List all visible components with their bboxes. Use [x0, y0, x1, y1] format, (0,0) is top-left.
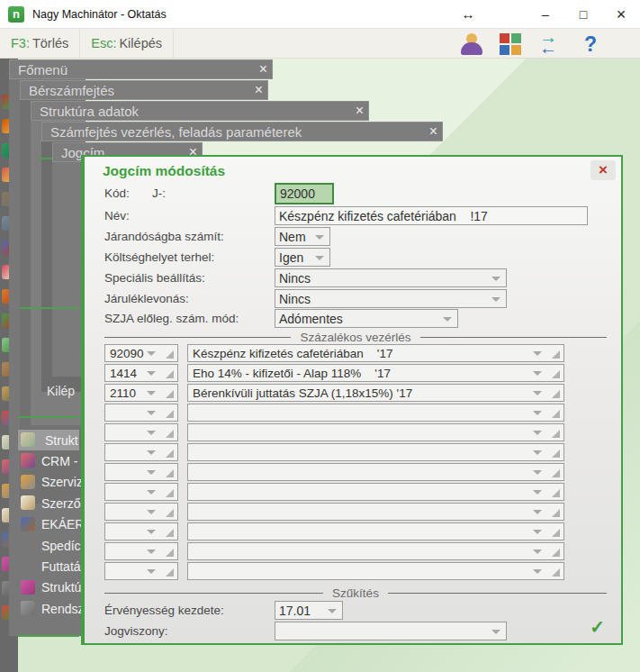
- menu-item-label: Struktúr: [41, 580, 86, 595]
- percent-name-combo[interactable]: [187, 404, 564, 422]
- chevron-down-icon: [533, 549, 542, 554]
- ervenyesseg-select[interactable]: 17.01: [275, 601, 343, 620]
- corner-grip-icon[interactable]: [166, 450, 174, 458]
- percent-name-combo[interactable]: Készpénz kifizetés cafetériában '17: [187, 344, 564, 362]
- percent-code-combo[interactable]: 2110: [104, 384, 178, 402]
- corner-grip-icon[interactable]: [166, 469, 174, 477]
- szja-select[interactable]: Adómentes: [275, 309, 458, 328]
- help-icon[interactable]: ?: [584, 33, 597, 55]
- percent-name-combo[interactable]: [187, 542, 564, 560]
- kod-input[interactable]: 92000: [275, 183, 334, 204]
- percent-name-combo[interactable]: Eho 14% - kifizetői - Alap 118% '17: [187, 364, 564, 382]
- corner-grip-icon[interactable]: [552, 350, 560, 359]
- szja-label: SZJA előleg. szám. mód:: [104, 312, 239, 325]
- szazalekos-section-header: Százalékos vezérlés: [104, 331, 607, 343]
- close-icon[interactable]: ×: [255, 80, 263, 100]
- corner-grip-icon[interactable]: [552, 390, 560, 398]
- menu-separator: [20, 307, 77, 309]
- corner-grip-icon[interactable]: [552, 509, 560, 517]
- percent-name-combo[interactable]: [187, 522, 564, 540]
- dialog-close-icon[interactable]: ×: [590, 160, 616, 180]
- close-icon[interactable]: ×: [259, 59, 267, 79]
- corner-grip-icon[interactable]: [552, 529, 560, 537]
- percent-name-combo[interactable]: Bérenkívüli juttatás SZJA (1,18x15%) '17: [187, 384, 564, 402]
- percent-name-combo[interactable]: [187, 423, 564, 441]
- confirm-check-icon[interactable]: ✓: [590, 616, 605, 638]
- percent-code-combo[interactable]: 1414: [104, 364, 178, 382]
- corner-grip-icon[interactable]: [166, 350, 174, 359]
- corner-grip-icon[interactable]: [166, 489, 174, 497]
- koltseghely-select[interactable]: Igen: [275, 248, 330, 267]
- divider: [388, 593, 607, 594]
- close-icon[interactable]: ×: [356, 101, 364, 121]
- window-header-struktura-adatok[interactable]: Struktúra adatok ×: [31, 101, 369, 121]
- f3-key-label: F3:: [11, 36, 30, 50]
- percent-code-combo[interactable]: 92090: [104, 344, 178, 362]
- chevron-down-icon: [147, 371, 156, 376]
- percent-name-combo[interactable]: [187, 503, 564, 521]
- corner-grip-icon[interactable]: [552, 469, 560, 477]
- jarandosagba-select[interactable]: Nem: [275, 227, 330, 246]
- corner-grip-icon[interactable]: [552, 450, 560, 458]
- corner-grip-icon[interactable]: [552, 568, 560, 577]
- corner-grip-icon[interactable]: [166, 509, 174, 517]
- transfer-arrows-icon[interactable]: →←: [537, 33, 568, 55]
- percent-code-combo[interactable]: [104, 503, 178, 521]
- window-header-berszamfejtes[interactable]: Bérszámfejtés ×: [20, 80, 268, 100]
- corner-grip-icon[interactable]: [166, 430, 174, 438]
- specialis-select[interactable]: Nincs: [275, 268, 507, 287]
- maximize-button[interactable]: □: [564, 0, 602, 29]
- chevron-down-icon: [533, 569, 542, 574]
- minimize-button[interactable]: –: [527, 0, 564, 29]
- specialis-value: Nincs: [279, 271, 311, 286]
- percent-name-combo[interactable]: [187, 443, 564, 461]
- chevron-down-icon: [147, 510, 156, 514]
- percent-row: [85, 423, 626, 443]
- percent-code-combo[interactable]: [104, 423, 178, 441]
- menu-item-torles[interactable]: F3: Törlés: [0, 29, 80, 59]
- corner-grip-icon[interactable]: [166, 529, 174, 537]
- corner-grip-icon[interactable]: [552, 489, 560, 497]
- percent-code-combo[interactable]: [104, 483, 178, 501]
- resize-arrows-icon[interactable]: ↔: [449, 0, 487, 29]
- chevron-down-icon: [315, 256, 324, 260]
- window-title: Nagy Machinátor - Oktatás: [32, 8, 167, 21]
- window-title-text: Struktúra adatok: [40, 104, 139, 119]
- percent-name-combo[interactable]: [187, 562, 564, 580]
- corner-grip-icon[interactable]: [166, 568, 174, 577]
- percent-code-combo[interactable]: [104, 562, 178, 580]
- percent-code-combo[interactable]: [104, 542, 178, 560]
- corner-grip-icon[interactable]: [166, 370, 174, 378]
- chevron-down-icon: [147, 411, 156, 415]
- window-header-fomenu[interactable]: Főmenü ×: [9, 59, 273, 79]
- close-icon[interactable]: ×: [429, 122, 437, 141]
- percent-code-combo[interactable]: [104, 404, 178, 422]
- window-title-text: Bérszámfejtés: [29, 83, 114, 98]
- chevron-down-icon: [328, 609, 337, 613]
- percent-name-combo[interactable]: [187, 483, 564, 501]
- window-header-szamfejtes-vezerles[interactable]: Számfejtés vezérlés, feladás paraméterek…: [41, 122, 443, 141]
- jogviszony-select[interactable]: [275, 622, 507, 640]
- corner-grip-icon[interactable]: [552, 410, 560, 418]
- corner-grip-icon[interactable]: [166, 549, 174, 557]
- corner-grip-icon[interactable]: [552, 549, 560, 557]
- percent-name-combo[interactable]: [187, 463, 564, 481]
- jarulek-select[interactable]: Nincs: [275, 289, 507, 308]
- user-icon[interactable]: [460, 33, 483, 55]
- chevron-down-icon: [533, 450, 542, 455]
- menu-item-kilepes-fragment[interactable]: Kilép: [47, 384, 75, 398]
- percent-row: [85, 522, 626, 542]
- corner-grip-icon[interactable]: [166, 410, 174, 418]
- chevron-down-icon: [491, 297, 500, 302]
- close-button[interactable]: ×: [602, 0, 640, 29]
- corner-grip-icon[interactable]: [166, 390, 174, 398]
- menu-item-kilepes[interactable]: Esc: Kilépés: [80, 29, 174, 59]
- percent-code-combo[interactable]: [104, 522, 178, 540]
- percent-code-combo[interactable]: [104, 463, 178, 481]
- nev-input[interactable]: Készpénz kifizetés cafetériában !17: [275, 206, 588, 225]
- corner-grip-icon[interactable]: [552, 370, 560, 378]
- percent-code-combo[interactable]: [104, 443, 178, 461]
- corner-grip-icon[interactable]: [552, 430, 560, 438]
- modules-grid-icon[interactable]: [500, 33, 521, 55]
- Készpénz kifizetés cafetériában '17: 92090 Készpénz kifizetés cafetériában '1…: [85, 344, 626, 364]
